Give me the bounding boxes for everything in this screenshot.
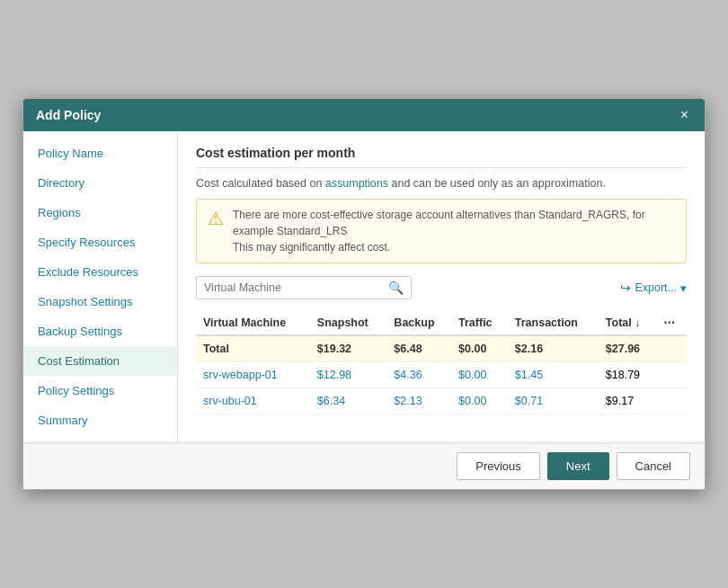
row-vm[interactable]: srv-webapp-01 [196,362,310,388]
sidebar: Policy NameDirectoryRegionsSpecify Resou… [23,131,178,442]
sidebar-item-backup-settings[interactable]: Backup Settings [23,316,177,346]
sidebar-item-snapshot-settings[interactable]: Snapshot Settings [23,287,177,316]
warning-text: There are more cost-effective storage ac… [233,207,675,255]
row-backup: $2.13 [386,388,451,414]
sidebar-item-summary[interactable]: Summary [23,405,177,435]
row-transaction: $0.71 [508,388,599,414]
cost-table: Virtual Machine Snapshot Backup Traffic … [196,310,687,414]
row-traffic: $0.00 [451,362,508,388]
total-total: $27.96 [599,335,656,362]
search-input[interactable] [204,281,388,294]
export-chevron-icon: ▾ [680,281,687,295]
warning-line1: There are more cost-effective storage ac… [233,209,645,237]
col-transaction-header: Transaction [508,310,599,335]
total-transaction: $2.16 [508,335,599,362]
table-row: srv-ubu-01 $6.34 $2.13 $0.00 $0.71 $9.17 [196,388,687,414]
row-vm[interactable]: srv-ubu-01 [196,388,310,414]
export-label[interactable]: Export... [635,281,677,294]
close-button[interactable]: × [677,106,692,124]
total-settings [656,335,687,362]
sidebar-item-directory[interactable]: Directory [23,168,177,198]
col-settings-header[interactable]: ⋯ [656,310,687,335]
row-transaction: $1.45 [508,362,599,388]
total-snapshot: $19.32 [310,335,387,362]
total-backup: $6.48 [386,335,451,362]
dialog-title: Add Policy [36,108,101,122]
row-snapshot: $12.98 [310,362,387,388]
cost-note: Cost calculated based on assumptions and… [196,177,687,190]
dialog-footer: Previous Next Cancel [23,442,705,489]
dialog-body: Policy NameDirectoryRegionsSpecify Resou… [23,131,705,442]
previous-button[interactable]: Previous [457,452,540,480]
col-total-header[interactable]: Total [599,310,656,335]
row-total: $9.17 [599,388,656,414]
table-header-row: Virtual Machine Snapshot Backup Traffic … [196,310,687,335]
sidebar-item-regions[interactable]: Regions [23,198,177,227]
row-settings [656,388,687,414]
table-row-total: Total $19.32 $6.48 $0.00 $2.16 $27.96 [196,335,687,362]
next-button[interactable]: Next [547,452,609,480]
row-snapshot: $6.34 [310,388,387,414]
export-button[interactable]: ↪ Export... ▾ [620,281,687,295]
col-backup-header: Backup [386,310,451,335]
row-traffic: $0.00 [451,388,508,414]
row-settings [656,362,687,388]
assumptions-link[interactable]: assumptions [325,177,388,190]
export-icon: ↪ [620,281,631,295]
sidebar-item-exclude-resources[interactable]: Exclude Resources [23,257,177,287]
search-export-row: 🔍 ↪ Export... ▾ [196,276,687,299]
warning-icon: ⚠ [208,208,224,229]
warning-box: ⚠ There are more cost-effective storage … [196,199,687,263]
row-backup: $4.36 [386,362,451,388]
col-traffic-header: Traffic [451,310,508,335]
cost-note-prefix: Cost calculated based on [196,177,325,190]
table-row: srv-webapp-01 $12.98 $4.36 $0.00 $1.45 $… [196,362,687,388]
cost-note-suffix: and can be used only as an approximation… [388,177,606,190]
sidebar-item-specify-resources[interactable]: Specify Resources [23,227,177,257]
sidebar-item-policy-settings[interactable]: Policy Settings [23,376,177,405]
col-snapshot-header: Snapshot [310,310,387,335]
section-title: Cost estimation per month [196,146,687,168]
warning-line2: This may significantly affect cost. [233,241,390,254]
total-vm: Total [196,335,310,362]
col-vm-header: Virtual Machine [196,310,310,335]
search-box[interactable]: 🔍 [196,276,412,299]
dialog-header: Add Policy × [23,99,705,131]
search-icon[interactable]: 🔍 [388,281,404,295]
add-policy-dialog: Add Policy × Policy NameDirectoryRegions… [22,98,706,490]
row-total: $18.79 [599,362,656,388]
total-traffic: $0.00 [451,335,508,362]
main-content: Cost estimation per month Cost calculate… [178,131,705,442]
cancel-button[interactable]: Cancel [617,452,690,480]
sidebar-item-cost-estimation[interactable]: Cost Estimation [23,346,177,376]
sidebar-item-policy-name[interactable]: Policy Name [23,138,177,168]
